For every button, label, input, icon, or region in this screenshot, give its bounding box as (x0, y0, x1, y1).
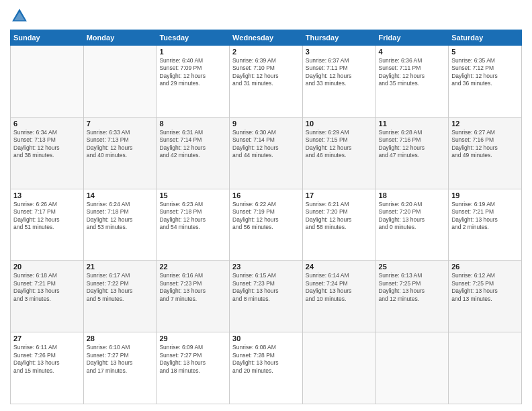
day-info: Sunrise: 6:16 AM Sunset: 7:23 PM Dayligh… (159, 272, 226, 303)
day-info: Sunrise: 6:22 AM Sunset: 7:19 PM Dayligh… (232, 201, 300, 232)
calendar-cell: 19Sunrise: 6:19 AM Sunset: 7:21 PM Dayli… (449, 189, 522, 261)
calendar-cell: 4Sunrise: 6:36 AM Sunset: 7:11 PM Daylig… (375, 46, 449, 118)
day-info: Sunrise: 6:31 AM Sunset: 7:14 PM Dayligh… (159, 129, 226, 160)
col-header-friday: Friday (375, 30, 449, 46)
day-number: 1 (159, 48, 226, 56)
page: SundayMondayTuesdayWednesdayThursdayFrid… (0, 0, 532, 411)
calendar-header-row: SundayMondayTuesdayWednesdayThursdayFrid… (11, 30, 522, 46)
day-info: Sunrise: 6:27 AM Sunset: 7:16 PM Dayligh… (451, 129, 519, 160)
day-info: Sunrise: 6:14 AM Sunset: 7:24 PM Dayligh… (306, 272, 373, 303)
col-header-saturday: Saturday (449, 30, 522, 46)
day-info: Sunrise: 6:29 AM Sunset: 7:15 PM Dayligh… (306, 129, 373, 160)
calendar-cell: 14Sunrise: 6:24 AM Sunset: 7:18 PM Dayli… (83, 189, 157, 261)
calendar-week-5: 27Sunrise: 6:11 AM Sunset: 7:26 PM Dayli… (11, 332, 522, 404)
day-info: Sunrise: 6:23 AM Sunset: 7:18 PM Dayligh… (159, 201, 226, 232)
calendar-week-4: 20Sunrise: 6:18 AM Sunset: 7:21 PM Dayli… (11, 261, 522, 332)
day-number: 18 (379, 191, 446, 199)
calendar-cell (11, 46, 84, 118)
day-number: 2 (232, 48, 300, 56)
calendar-cell: 2Sunrise: 6:39 AM Sunset: 7:10 PM Daylig… (230, 46, 303, 118)
day-info: Sunrise: 6:36 AM Sunset: 7:11 PM Dayligh… (379, 57, 446, 88)
day-number: 22 (159, 263, 226, 271)
calendar-cell: 5Sunrise: 6:35 AM Sunset: 7:12 PM Daylig… (449, 46, 522, 118)
day-number: 25 (379, 263, 446, 271)
calendar-cell: 6Sunrise: 6:34 AM Sunset: 7:13 PM Daylig… (11, 117, 84, 189)
calendar-cell (83, 46, 157, 118)
day-number: 19 (451, 191, 519, 199)
calendar-cell: 10Sunrise: 6:29 AM Sunset: 7:15 PM Dayli… (302, 117, 375, 189)
calendar-cell: 3Sunrise: 6:37 AM Sunset: 7:11 PM Daylig… (302, 46, 375, 118)
day-number: 17 (306, 191, 373, 199)
calendar-cell (375, 332, 449, 404)
day-info: Sunrise: 6:34 AM Sunset: 7:13 PM Dayligh… (13, 129, 81, 160)
day-info: Sunrise: 6:10 AM Sunset: 7:27 PM Dayligh… (87, 344, 154, 375)
day-info: Sunrise: 6:15 AM Sunset: 7:23 PM Dayligh… (232, 272, 300, 303)
calendar-cell: 30Sunrise: 6:08 AM Sunset: 7:28 PM Dayli… (230, 332, 303, 404)
calendar-cell: 21Sunrise: 6:17 AM Sunset: 7:22 PM Dayli… (83, 261, 157, 332)
calendar-cell: 26Sunrise: 6:12 AM Sunset: 7:25 PM Dayli… (449, 261, 522, 332)
calendar-cell: 28Sunrise: 6:10 AM Sunset: 7:27 PM Dayli… (83, 332, 157, 404)
day-number: 15 (159, 191, 226, 199)
day-number: 23 (232, 263, 300, 271)
day-info: Sunrise: 6:13 AM Sunset: 7:25 PM Dayligh… (379, 272, 446, 303)
day-number: 4 (379, 48, 446, 56)
day-number: 12 (451, 120, 519, 128)
calendar-week-1: 1Sunrise: 6:40 AM Sunset: 7:09 PM Daylig… (11, 46, 522, 118)
day-info: Sunrise: 6:26 AM Sunset: 7:17 PM Dayligh… (13, 201, 81, 232)
calendar-table: SundayMondayTuesdayWednesdayThursdayFrid… (10, 30, 522, 404)
calendar-cell: 23Sunrise: 6:15 AM Sunset: 7:23 PM Dayli… (230, 261, 303, 332)
calendar-cell: 25Sunrise: 6:13 AM Sunset: 7:25 PM Dayli… (375, 261, 449, 332)
day-number: 14 (87, 191, 154, 199)
day-number: 26 (451, 263, 519, 271)
day-number: 7 (87, 120, 154, 128)
calendar-cell: 7Sunrise: 6:33 AM Sunset: 7:13 PM Daylig… (83, 117, 157, 189)
col-header-sunday: Sunday (11, 30, 84, 46)
logo (10, 7, 32, 26)
day-info: Sunrise: 6:09 AM Sunset: 7:27 PM Dayligh… (159, 344, 226, 375)
day-number: 13 (13, 191, 81, 199)
calendar-cell: 12Sunrise: 6:27 AM Sunset: 7:16 PM Dayli… (449, 117, 522, 189)
day-number: 20 (13, 263, 81, 271)
day-info: Sunrise: 6:20 AM Sunset: 7:20 PM Dayligh… (379, 201, 446, 232)
day-number: 9 (232, 120, 300, 128)
day-info: Sunrise: 6:24 AM Sunset: 7:18 PM Dayligh… (87, 201, 154, 232)
calendar-week-2: 6Sunrise: 6:34 AM Sunset: 7:13 PM Daylig… (11, 117, 522, 189)
calendar-cell: 22Sunrise: 6:16 AM Sunset: 7:23 PM Dayli… (157, 261, 230, 332)
col-header-thursday: Thursday (302, 30, 375, 46)
day-info: Sunrise: 6:37 AM Sunset: 7:11 PM Dayligh… (306, 57, 373, 88)
day-info: Sunrise: 6:17 AM Sunset: 7:22 PM Dayligh… (87, 272, 154, 303)
day-info: Sunrise: 6:18 AM Sunset: 7:21 PM Dayligh… (13, 272, 81, 303)
day-number: 24 (306, 263, 373, 271)
day-info: Sunrise: 6:30 AM Sunset: 7:14 PM Dayligh… (232, 129, 300, 160)
day-number: 3 (306, 48, 373, 56)
day-info: Sunrise: 6:28 AM Sunset: 7:16 PM Dayligh… (379, 129, 446, 160)
calendar-cell: 8Sunrise: 6:31 AM Sunset: 7:14 PM Daylig… (157, 117, 230, 189)
day-number: 8 (159, 120, 226, 128)
calendar-cell (302, 332, 375, 404)
day-number: 21 (87, 263, 154, 271)
day-info: Sunrise: 6:35 AM Sunset: 7:12 PM Dayligh… (451, 57, 519, 88)
header (10, 7, 522, 26)
day-number: 6 (13, 120, 81, 128)
col-header-wednesday: Wednesday (230, 30, 303, 46)
day-info: Sunrise: 6:11 AM Sunset: 7:26 PM Dayligh… (13, 344, 81, 375)
day-number: 30 (232, 334, 300, 342)
day-info: Sunrise: 6:40 AM Sunset: 7:09 PM Dayligh… (159, 57, 226, 88)
calendar-cell: 29Sunrise: 6:09 AM Sunset: 7:27 PM Dayli… (157, 332, 230, 404)
calendar-cell: 16Sunrise: 6:22 AM Sunset: 7:19 PM Dayli… (230, 189, 303, 261)
calendar-cell: 18Sunrise: 6:20 AM Sunset: 7:20 PM Dayli… (375, 189, 449, 261)
col-header-tuesday: Tuesday (157, 30, 230, 46)
calendar-cell: 20Sunrise: 6:18 AM Sunset: 7:21 PM Dayli… (11, 261, 84, 332)
calendar-week-3: 13Sunrise: 6:26 AM Sunset: 7:17 PM Dayli… (11, 189, 522, 261)
day-info: Sunrise: 6:08 AM Sunset: 7:28 PM Dayligh… (232, 344, 300, 375)
logo-icon (10, 7, 29, 26)
day-number: 10 (306, 120, 373, 128)
day-info: Sunrise: 6:12 AM Sunset: 7:25 PM Dayligh… (451, 272, 519, 303)
calendar-cell: 13Sunrise: 6:26 AM Sunset: 7:17 PM Dayli… (11, 189, 84, 261)
day-number: 28 (87, 334, 154, 342)
calendar-cell: 24Sunrise: 6:14 AM Sunset: 7:24 PM Dayli… (302, 261, 375, 332)
col-header-monday: Monday (83, 30, 157, 46)
day-number: 16 (232, 191, 300, 199)
calendar-cell: 17Sunrise: 6:21 AM Sunset: 7:20 PM Dayli… (302, 189, 375, 261)
calendar-cell: 9Sunrise: 6:30 AM Sunset: 7:14 PM Daylig… (230, 117, 303, 189)
